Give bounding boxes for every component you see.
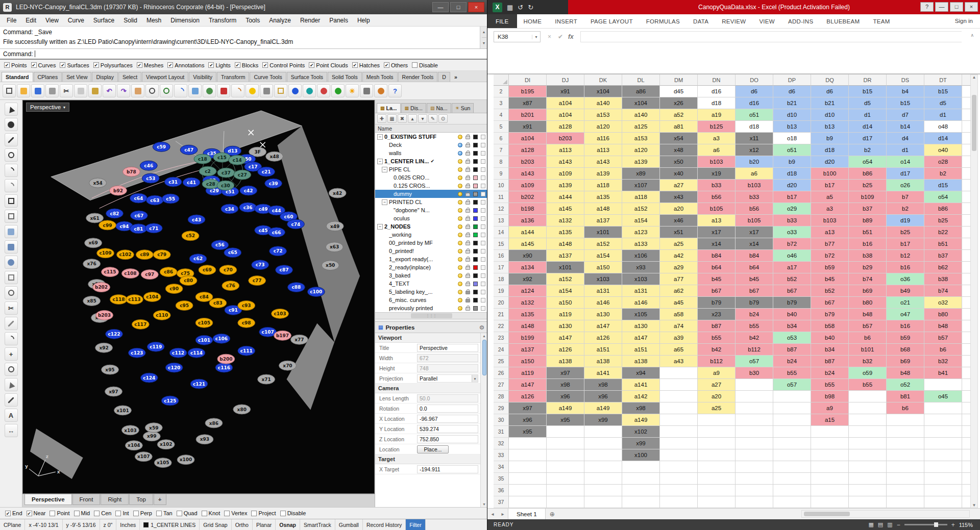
layer-row-0-existing-stuff[interactable]: −0_EXISTING STUFF [375,133,487,141]
layer-row-dogbone-n[interactable]: "dogbone" N... [375,206,487,214]
cell-DL26[interactable]: x94 [622,367,660,379]
cell-DP35[interactable] [773,473,811,485]
status-grid-snap[interactable]: Grid Snap [200,519,231,530]
cell-DN10[interactable]: b33 [698,180,736,191]
checkbox-hatches[interactable]: ✔Hatches [352,62,380,68]
cell-DQ21[interactable]: b79 [811,309,849,320]
cell-DM7[interactable]: x48 [660,144,698,156]
cell-DK5[interactable]: a120 [584,121,622,133]
viewport-tab-front[interactable]: Front [72,494,101,505]
checkbox-points[interactable]: ✔Points [4,62,27,68]
layer-material-icon[interactable] [481,184,485,188]
cell-DQ12[interactable]: a3 [811,203,849,215]
layer-row-walls[interactable]: walls [375,149,487,157]
cell-DM13[interactable]: x46 [660,215,698,226]
cell-DM8[interactable]: x50 [660,156,698,168]
cell-DI14[interactable]: a144 [509,226,547,238]
cell-DS5[interactable]: b14 [887,121,924,133]
cell-DJ12[interactable]: a145 [547,203,584,215]
circle-icon[interactable] [5,148,18,162]
cell-DO13[interactable]: b105 [736,215,773,226]
cell-DO24[interactable]: b112 [736,344,773,356]
layer-lock-icon[interactable] [465,291,470,294]
layer-tool-3-icon[interactable]: ▴ [408,114,417,123]
cell-DI3[interactable]: x87 [509,97,547,109]
scroll-thumb[interactable] [804,512,850,516]
layer-row-3-baked[interactable]: 3_baked [375,271,487,280]
cell-DQ18[interactable]: b45 [811,273,849,285]
layer-row-0-0625-cro[interactable]: 0.0625 CRO... [375,173,487,182]
checkbox-quad[interactable]: Quad [177,510,198,516]
layer-lock-icon[interactable] [465,168,470,172]
polyline-icon[interactable] [5,133,18,146]
grid-toggle-icon[interactable] [360,84,373,97]
layers-dialog-icon[interactable] [274,84,287,97]
cell-DS15[interactable]: b17 [887,238,924,250]
cell-DT34[interactable] [924,461,962,473]
freeform-curve-icon[interactable] [5,179,18,192]
checkbox-annotations[interactable]: ✔Annotations [167,62,204,68]
pan-hand-icon[interactable] [131,84,144,97]
cell-DL33[interactable]: x100 [622,449,660,461]
cell-DO15[interactable]: x14 [736,238,773,250]
layer-lock-icon[interactable] [465,144,470,147]
layer-color-swatch[interactable] [473,192,478,196]
lamp-icon[interactable] [246,84,259,97]
cell-DJ30[interactable]: x95 [547,414,584,426]
layer-row-dummy[interactable]: dummy [375,190,487,198]
layer-tool-6-icon[interactable]: ⊙ [438,114,448,123]
cell-DO8[interactable]: b20 [736,156,773,168]
cell-DJ27[interactable]: x98 [547,379,584,391]
cell-DT19[interactable]: b74 [924,285,962,297]
cell-DN12[interactable]: b105 [698,203,736,215]
layer-material-icon[interactable] [481,175,485,180]
scroll-thumb[interactable]: ⋮⋮⋮ [411,313,452,318]
cell-DK29[interactable]: a149 [584,402,622,414]
cell-DS10[interactable]: o26 [887,180,924,191]
cell-DT30[interactable] [924,414,962,426]
cell-DL2[interactable]: a86 [622,86,660,97]
rectangle-icon[interactable] [5,194,18,208]
layer-material-icon[interactable] [481,273,485,278]
checkbox-curves[interactable]: ✔Curves [31,62,56,68]
cell-DR7[interactable]: b2 [849,144,887,156]
minimize-button[interactable]: — [432,2,449,12]
layer-visibility-bulb-icon[interactable] [458,143,462,147]
cell-DO21[interactable]: b24 [736,309,773,320]
material-icon[interactable] [317,84,330,97]
cell-DK28[interactable]: x96 [584,391,622,402]
cell-DK34[interactable] [584,461,622,473]
cell-DS28[interactable]: b81 [887,391,924,402]
layer-visibility-bulb-icon[interactable] [458,233,462,237]
cell-DP28[interactable] [773,391,811,402]
menu-panels[interactable]: Panels [325,15,353,26]
cell-DP14[interactable]: o33 [773,226,811,238]
cell-DJ21[interactable]: a119 [547,309,584,320]
cell-DL8[interactable]: a139 [622,156,660,168]
cell-DQ11[interactable]: a5 [811,191,849,203]
cell-DS8[interactable]: o14 [887,156,924,168]
cell-DR5[interactable]: d14 [849,121,887,133]
cell-DJ9[interactable]: a109 [547,168,584,180]
menu-view[interactable]: View [41,15,63,26]
cell-DQ15[interactable]: b77 [811,238,849,250]
cell-DR20[interactable]: b80 [849,297,887,309]
mesh-icon[interactable] [5,271,18,284]
cell-DM17[interactable]: a29 [660,262,698,273]
layer-color-swatch[interactable] [473,273,478,278]
zoom-level[interactable]: 115% [959,522,973,528]
layer-row-previously-printed[interactable]: previously printed [375,304,487,312]
cell-DO28[interactable] [736,391,773,402]
cell-DN35[interactable] [698,473,736,485]
row-header-32[interactable]: 32 [494,438,509,449]
cell-DK18[interactable]: x103 [584,273,622,285]
scroll-down-icon[interactable]: ▼ [482,38,486,48]
cell-DN13[interactable]: a13 [698,215,736,226]
row-header-24[interactable]: 24 [494,344,509,356]
layer-row-1-export-ready[interactable]: 1_export ready(... [375,255,487,263]
properties-scrollbar[interactable]: ▲▼ [480,333,487,507]
cell-DL11[interactable]: a118 [622,191,660,203]
cell-DR14[interactable]: b51 [849,226,887,238]
cell-DM11[interactable]: x43 [660,191,698,203]
layer-visibility-bulb-icon[interactable] [458,249,462,254]
